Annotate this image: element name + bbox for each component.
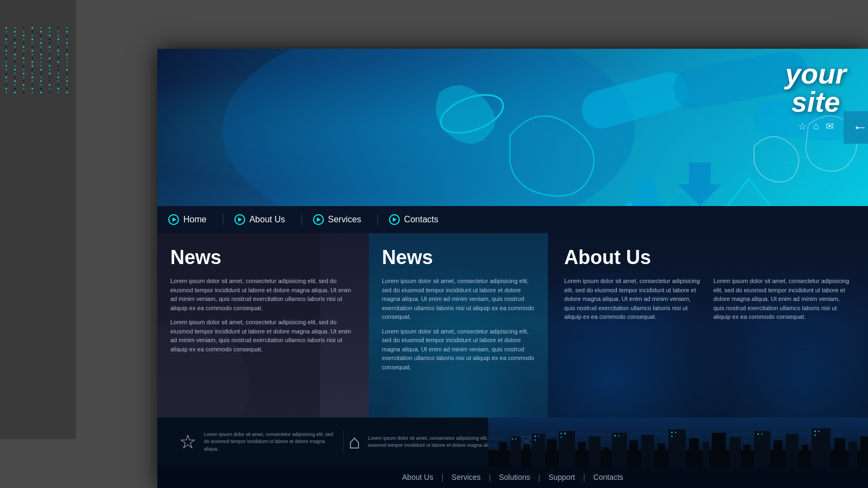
logo-line2: site [785,88,846,116]
about-text-right: Lorem ipsum dolor sit amet, consectetur … [713,277,852,322]
svg-rect-26 [547,439,557,466]
footer-text-2: Lorem ipsum dolor sit amet, consectetur … [368,435,507,450]
home-icon: ⌂ [813,120,819,132]
svg-rect-42 [774,440,782,466]
about-col-right: Lorem ipsum dolor sit amet, consectetur … [713,277,852,327]
navbar: Home About Us Services Contacts [157,206,868,233]
news-heading-2: News [382,246,535,269]
footer-upper: ☆ Lorem ipsum dolor sit amet, consectetu… [157,418,868,466]
svg-rect-59 [671,432,673,433]
svg-rect-34 [658,444,665,466]
about-columns: Lorem ipsum dolor sit amet, consectetur … [564,277,852,327]
svg-rect-57 [614,435,616,436]
svg-rect-63 [761,433,763,435]
news-paragraph-1b: Lorem ipsum dolor sit amet, consectetur … [170,318,356,354]
logo-text: your site [785,60,846,116]
about-column: About Us Lorem ipsum dolor sit amet, con… [548,233,868,418]
svg-rect-47 [848,441,857,466]
svg-rect-39 [730,437,741,466]
footer-nav-solutions[interactable]: Solutions [499,473,531,481]
svg-point-12 [796,175,799,178]
footer-sep-4: | [583,473,585,481]
svg-rect-49 [512,438,513,440]
svg-rect-30 [603,447,609,466]
footer-sep-1: | [442,473,444,481]
svg-rect-46 [834,438,845,466]
svg-rect-41 [754,431,770,466]
footer-sep-2: | [489,473,491,481]
svg-point-11 [785,169,788,172]
svg-point-13 [807,169,810,172]
svg-rect-37 [703,442,709,466]
nav-play-icon [234,214,245,225]
svg-rect-23 [510,436,521,466]
svg-rect-58 [618,435,620,436]
logo-icons: ☆ ⌂ ✉ [785,120,846,132]
footer-nav-contacts[interactable]: Contacts [593,473,623,481]
logo: your site ☆ ⌂ ✉ [785,60,846,132]
svg-rect-35 [668,429,686,466]
svg-rect-29 [589,436,601,466]
footer-nav: About Us | Services | Solutions | Suppor… [157,466,868,488]
svg-point-8 [780,156,783,159]
svg-rect-48 [860,436,868,466]
svg-rect-27 [559,431,575,466]
nav-about-us[interactable]: About Us [234,214,302,225]
footer-nav-about[interactable]: About Us [402,473,433,481]
svg-rect-43 [786,434,799,466]
logo-line1: your [785,60,846,88]
back-arrow-button[interactable]: ← [844,111,868,144]
about-text-left: Lorem ipsum dolor sit amet, consectetur … [564,277,703,322]
footer-nav-services[interactable]: Services [451,473,481,481]
svg-rect-50 [515,438,516,440]
footer-sep-3: | [538,473,540,481]
svg-rect-45 [812,428,831,466]
nav-home-label: Home [183,215,207,224]
svg-rect-32 [629,440,638,466]
svg-point-10 [801,156,805,159]
svg-rect-51 [534,435,536,437]
footer-text-1: Lorem ipsum dolor sit amet, consectetur … [204,431,337,453]
svg-rect-61 [671,435,673,437]
nav-about-us-label: About Us [250,215,285,224]
news-heading-1: News [170,246,356,269]
hero-section: your site ☆ ⌂ ✉ ← [157,49,868,206]
nav-contacts[interactable]: Contacts [389,214,455,225]
svg-rect-25 [532,434,545,466]
nav-services-label: Services [328,215,361,224]
star-icon: ☆ [798,120,807,132]
nav-services[interactable]: Services [313,214,378,225]
news-paragraph-2b: Lorem ipsum dolor sit amet, consectetur … [382,327,535,372]
svg-rect-53 [534,439,536,441]
news-column-1: News Lorem ipsum dolor sit amet, consect… [157,233,369,418]
svg-rect-66 [814,434,816,436]
svg-point-14 [818,164,821,167]
news-column-2: News Lorem ipsum dolor sit amet, consect… [369,233,548,418]
nav-play-icon [389,214,400,225]
about-col-left: Lorem ipsum dolor sit amet, consectetur … [564,277,703,327]
svg-rect-28 [578,442,586,466]
svg-point-18 [790,194,794,197]
about-paragraph-right: Lorem ipsum dolor sit amet, consectetur … [713,277,852,322]
svg-rect-40 [743,445,751,466]
svg-rect-22 [499,442,507,466]
svg-point-16 [823,183,826,186]
svg-rect-62 [757,433,759,435]
footer-nav-support[interactable]: Support [548,473,575,481]
svg-point-9 [790,161,794,164]
email-icon: ✉ [826,120,834,132]
nav-home[interactable]: Home [168,214,224,225]
nav-play-icon [168,214,179,225]
svg-rect-33 [641,435,654,466]
svg-rect-38 [712,433,726,466]
city-skyline [488,418,868,466]
news-paragraph-2a: Lorem ipsum dolor sit amet, consectetur … [382,277,535,322]
footer-home-icon: ⌂ [349,431,361,453]
svg-rect-65 [818,431,820,432]
news-text-2: Lorem ipsum dolor sit amet, consectetur … [382,277,535,371]
svg-point-15 [812,177,815,181]
site-wrapper: your site ☆ ⌂ ✉ ← Home About Us Services [157,49,868,488]
dots-pattern [5,27,71,93]
svg-point-17 [780,188,783,191]
svg-rect-36 [689,438,699,466]
